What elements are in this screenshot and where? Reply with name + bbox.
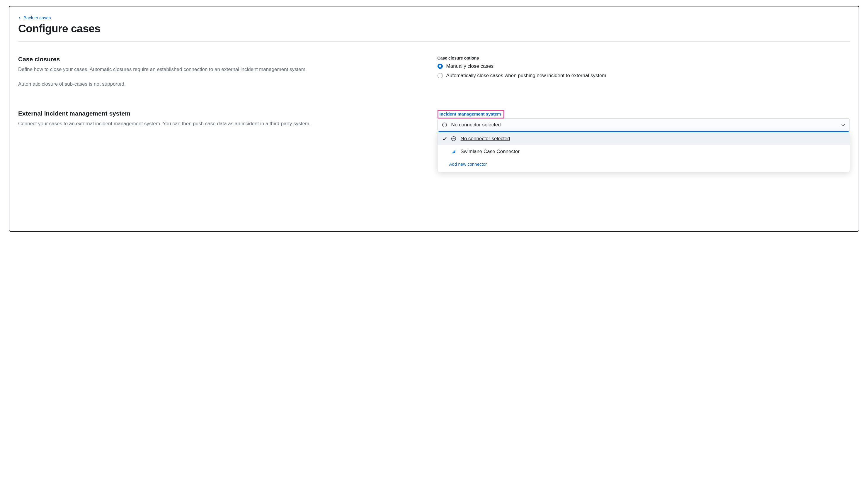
external-system-title: External incident management system [18,110,426,117]
chevron-down-icon [841,123,845,127]
external-system-form-column: Incident management system No connector … [437,110,850,135]
connector-dropdown-panel: No connector selected Swimlane Case Conn… [437,131,850,172]
swimlane-logo-icon [451,149,457,154]
radio-automatic-label: Automatically close cases when pushing n… [446,73,606,79]
page-container: Back to cases Configure cases Case closu… [9,6,859,232]
external-system-section: External incident management system Conn… [18,110,850,135]
case-closure-radio-group: Manually close cases Automatically close… [437,63,850,79]
external-system-description-column: External incident management system Conn… [18,110,426,135]
add-new-connector-link[interactable]: Add new connector [437,158,850,170]
radio-manually-close[interactable]: Manually close cases [437,63,850,69]
incident-management-system-label: Incident management system [437,110,504,118]
case-closures-title: Case closures [18,56,426,63]
case-closures-form-column: Case closure options Manually close case… [437,56,850,88]
connector-selected-value: No connector selected [451,122,837,128]
chevron-left-icon [18,16,22,20]
minus-circle-icon [442,122,447,127]
external-system-description: Connect your cases to an external incide… [18,120,426,127]
case-closure-options-label: Case closure options [437,56,850,60]
connector-select-wrapper: No connector selected [437,118,850,131]
dropdown-option-none-label: No connector selected [461,136,510,142]
radio-selected-icon [437,64,443,69]
radio-automatically-close[interactable]: Automatically close cases when pushing n… [437,73,850,79]
section-spacer [18,88,850,110]
header-divider [18,41,850,42]
connector-select[interactable]: No connector selected [437,118,850,131]
minus-circle-icon [451,136,457,141]
radio-manual-label: Manually close cases [446,63,494,69]
radio-unselected-icon [437,73,443,78]
case-closures-note: Automatic closure of sub-cases is not su… [18,80,426,88]
back-link-label: Back to cases [24,15,51,20]
check-icon [442,137,447,141]
dropdown-option-no-connector[interactable]: No connector selected [437,132,850,145]
case-closures-description-column: Case closures Define how to close your c… [18,56,426,88]
page-title: Configure cases [18,23,850,35]
case-closures-section: Case closures Define how to close your c… [18,56,850,88]
back-to-cases-link[interactable]: Back to cases [18,15,51,20]
dropdown-option-swimlane[interactable]: Swimlane Case Connector [437,145,850,158]
case-closures-description: Define how to close your cases. Automati… [18,66,426,73]
dropdown-option-swimlane-label: Swimlane Case Connector [461,149,520,154]
